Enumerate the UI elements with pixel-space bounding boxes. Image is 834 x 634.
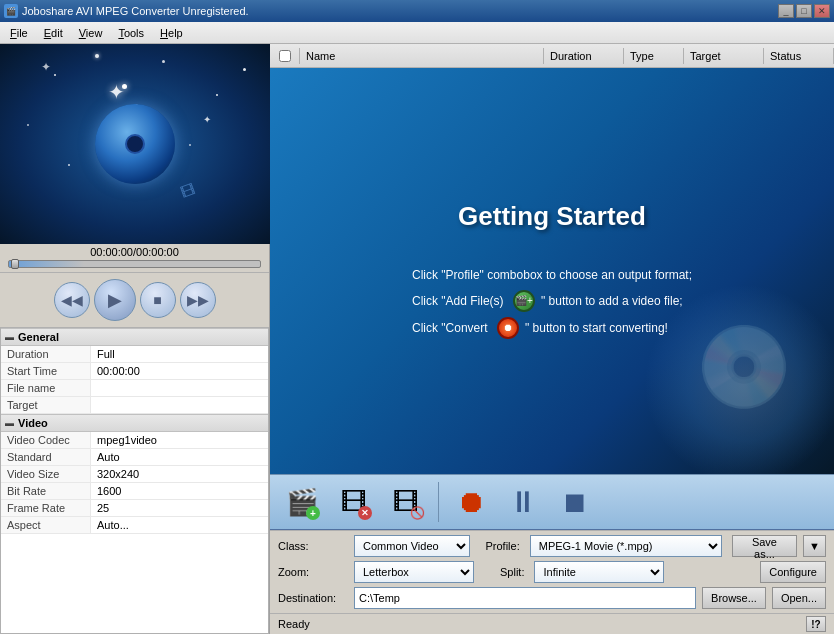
playback-controls: ◀◀ ▶ ■ ▶▶ bbox=[0, 273, 269, 327]
general-section-label: General bbox=[18, 331, 59, 343]
stop-symbol-icon: ⏹ bbox=[561, 486, 589, 519]
pause-button[interactable]: ⏸ bbox=[501, 480, 545, 524]
prop-label-duration: Duration bbox=[1, 346, 91, 362]
sparkle-small: ✦ bbox=[41, 60, 51, 74]
profile-select[interactable]: MPEG-1 Movie (*.mpg) MPEG-2 Movie (*.mpg… bbox=[530, 535, 722, 557]
prop-value-file-name bbox=[91, 380, 268, 396]
progress-thumb[interactable] bbox=[11, 259, 19, 269]
add-files-icon: 🎬+ bbox=[513, 290, 535, 312]
prop-label-target: Target bbox=[1, 397, 91, 413]
prop-row-duration: Duration Full bbox=[1, 346, 268, 363]
app-icon: 🎬 bbox=[4, 4, 18, 18]
preview-area: ✦ ✦ ✦ 🎞 bbox=[0, 44, 270, 244]
col-target-header: Target bbox=[684, 48, 764, 64]
select-all-checkbox[interactable] bbox=[279, 50, 291, 62]
destination-input[interactable] bbox=[354, 587, 696, 609]
prop-row-frame-rate: Frame Rate 25 bbox=[1, 500, 268, 517]
next-button[interactable]: ▶▶ bbox=[180, 282, 216, 318]
zoom-split-row: Zoom: Letterbox Pan & Scan Full Screen S… bbox=[278, 561, 826, 583]
prop-value-video-size: 320x240 bbox=[91, 466, 268, 482]
convert-button[interactable]: ⏺ bbox=[449, 480, 493, 524]
class-label: Class: bbox=[278, 540, 348, 552]
prop-row-standard: Standard Auto bbox=[1, 449, 268, 466]
toolbar-separator-1 bbox=[438, 482, 439, 522]
maximize-button[interactable]: □ bbox=[796, 4, 812, 18]
menu-view[interactable]: View bbox=[71, 25, 111, 41]
progress-track[interactable] bbox=[8, 260, 261, 268]
prop-row-bit-rate: Bit Rate 1600 bbox=[1, 483, 268, 500]
general-section-header[interactable]: ▬ General bbox=[1, 328, 268, 346]
convert-icon: ⏺ bbox=[497, 317, 519, 339]
video-section-header[interactable]: ▬ Video bbox=[1, 414, 268, 432]
general-collapse-icon: ▬ bbox=[5, 332, 14, 342]
instruction-3-text-before: Click "Convert bbox=[412, 315, 491, 341]
browse-button[interactable]: Browse... bbox=[702, 587, 766, 609]
stop-button[interactable]: ■ bbox=[140, 282, 176, 318]
zoom-select[interactable]: Letterbox Pan & Scan Full Screen bbox=[354, 561, 474, 583]
right-panel: Name Duration Type Target Status 💿 Getti… bbox=[270, 44, 834, 634]
disc-icon-bg: 💿 bbox=[694, 320, 794, 414]
prop-row-video-codec: Video Codec mpeg1video bbox=[1, 432, 268, 449]
pause-symbol-icon: ⏸ bbox=[508, 485, 538, 519]
menu-tools[interactable]: Tools bbox=[110, 25, 152, 41]
instruction-2: Click "Add File(s) 🎬+ " button to add a … bbox=[412, 288, 692, 314]
close-button[interactable]: ✕ bbox=[814, 4, 830, 18]
instruction-1: Click "Profile" combobox to choose an ou… bbox=[412, 262, 692, 288]
remove-file-button[interactable]: 🎞 ✕ bbox=[332, 480, 376, 524]
convert-ball-icon: ⏺ bbox=[456, 485, 486, 519]
timecode-display: 00:00:00/00:00:00 bbox=[4, 246, 265, 258]
prop-label-video-codec: Video Codec bbox=[1, 432, 91, 448]
col-name-header: Name bbox=[300, 48, 544, 64]
configure-button[interactable]: Configure bbox=[760, 561, 826, 583]
prop-value-frame-rate: 25 bbox=[91, 500, 268, 516]
col-type-header: Type bbox=[624, 48, 684, 64]
prop-value-target bbox=[91, 397, 268, 413]
window-title: Joboshare AVI MPEG Converter Unregistere… bbox=[22, 5, 249, 17]
add-file-button[interactable]: 🎬 + bbox=[280, 480, 324, 524]
minimize-button[interactable]: _ bbox=[778, 4, 794, 18]
toolbar: 🎬 + 🎞 ✕ 🎞 🚫 bbox=[270, 474, 834, 530]
prop-label-aspect: Aspect bbox=[1, 517, 91, 533]
sparkle-tiny: ✦ bbox=[203, 114, 211, 125]
save-as-button[interactable]: Save as... bbox=[732, 535, 797, 557]
split-select[interactable]: Infinite None bbox=[534, 561, 664, 583]
film-reel bbox=[95, 104, 175, 184]
prop-row-video-size: Video Size 320x240 bbox=[1, 466, 268, 483]
window-controls: _ □ ✕ bbox=[778, 4, 830, 18]
sparkle-decoration: ✦ bbox=[108, 80, 125, 104]
col-check bbox=[270, 48, 300, 64]
instruction-1-text: Click "Profile" combobox to choose an ou… bbox=[412, 262, 692, 288]
menu-help[interactable]: Help bbox=[152, 25, 191, 41]
properties-panel: ▬ General Duration Full Start Time 00:00… bbox=[0, 327, 269, 634]
video-section-label: Video bbox=[18, 417, 48, 429]
remove-badge-icon: ✕ bbox=[358, 506, 372, 520]
getting-started-title: Getting Started bbox=[458, 201, 646, 232]
cut-button[interactable]: 🎞 🚫 bbox=[384, 480, 428, 524]
zoom-label: Zoom: bbox=[278, 566, 348, 578]
prop-row-start-time: Start Time 00:00:00 bbox=[1, 363, 268, 380]
cut-icon: 🎞 🚫 bbox=[388, 484, 424, 520]
col-status-header: Status bbox=[764, 48, 834, 64]
open-button[interactable]: Open... bbox=[772, 587, 826, 609]
film-reel-container: 🎞 bbox=[95, 104, 175, 184]
add-file-icon: 🎬 + bbox=[284, 484, 320, 520]
bottom-controls: Class: Common Video DVD AVI Profile: MPE… bbox=[270, 530, 834, 613]
video-collapse-icon: ▬ bbox=[5, 418, 14, 428]
save-as-dropdown-button[interactable]: ▼ bbox=[803, 535, 826, 557]
prop-row-file-name: File name bbox=[1, 380, 268, 397]
menu-edit[interactable]: Edit bbox=[36, 25, 71, 41]
stop-icon: ⏹ bbox=[557, 484, 593, 520]
menu-file[interactable]: File bbox=[2, 25, 36, 41]
class-profile-row: Class: Common Video DVD AVI Profile: MPE… bbox=[278, 535, 826, 557]
col-duration-header: Duration bbox=[544, 48, 624, 64]
instruction-2-text-before: Click "Add File(s) bbox=[412, 288, 507, 314]
stop-convert-button[interactable]: ⏹ bbox=[553, 480, 597, 524]
class-select[interactable]: Common Video DVD AVI bbox=[354, 535, 470, 557]
destination-row: Destination: Browse... Open... bbox=[278, 587, 826, 609]
prev-button[interactable]: ◀◀ bbox=[54, 282, 90, 318]
reel-center bbox=[125, 134, 145, 154]
prop-label-frame-rate: Frame Rate bbox=[1, 500, 91, 516]
help-button[interactable]: !? bbox=[806, 616, 826, 632]
play-button[interactable]: ▶ bbox=[94, 279, 136, 321]
instruction-2-text-after: " button to add a video file; bbox=[541, 288, 683, 314]
